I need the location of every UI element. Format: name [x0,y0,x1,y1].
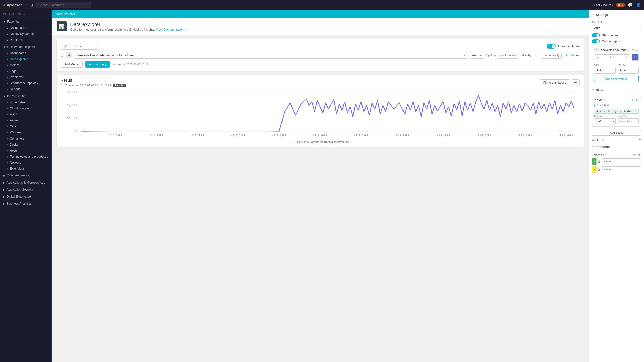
visibility-icon[interactable]: 👁 [571,53,574,57]
time-next-icon[interactable]: › [612,3,613,7]
sidebar-item-metrics[interactable]: ★ Metrics [0,62,51,68]
sidebar-section-apps-header[interactable]: ▶ Applications & Microservices [0,179,51,186]
edit-metric-icon[interactable]: ✎ [632,48,635,52]
sidebar-item-problems-fav[interactable]: ★ Problems [0,37,51,43]
time-prev-icon[interactable]: ‹ [592,3,593,7]
sidebar-section-favorites-header[interactable]: ▼ Favorites [0,18,51,25]
sidebar-item-vmware[interactable]: ★ VMware [0,129,51,135]
expand-metric-icon[interactable]: ▲ [636,48,639,52]
threshold2-value-input[interactable] [602,166,641,172]
notifications-icon[interactable]: 💬 [628,3,633,7]
viz-type-select[interactable]: 📈 Line ▼ [594,54,630,60]
sidebar-item-gcp[interactable]: ★ GCP [0,123,51,129]
threshold-section: ▼ Threshold Threshold 1 👁 🗑 ▼ ≥ [592,145,641,173]
threshold1-row: ▼ ≥ [592,158,641,165]
add-metric-button[interactable]: Add Metric [61,61,83,68]
logo-text: dynatrace [7,3,22,7]
axes-section-header[interactable]: ▼ Axes [592,88,641,93]
minmax-input[interactable] [618,118,639,124]
threshold1-visibility-icon[interactable]: 👁 [632,153,636,157]
add-color-override-button[interactable]: Add color override [594,76,639,82]
more-options-icon[interactable]: ••• [576,53,580,57]
view-documentation-link[interactable]: View Documentation ↗ [156,28,187,31]
sidebar-item-data-explorer[interactable]: ★ Data explorer [0,56,51,62]
sidebar-item-azure[interactable]: ★ Azure [0,117,51,123]
sidebar-section-digital-header[interactable]: ▶ Digital Experience [0,193,51,200]
star-icon: ★ [6,137,8,140]
axis-position-minmax: Position Left Right Min, Max [594,115,639,124]
sidebar-item-label: AWS [10,113,17,116]
threshold1-color-swatch[interactable]: ▼ [592,158,597,165]
sidebar-item-dashboards-fav[interactable]: ★ Dashboards [0,25,51,31]
user-icon[interactable]: 👤 [636,3,641,7]
edit-xaxis-icon[interactable]: ✎ [602,138,604,142]
settings-section-header[interactable]: ▼ Settings [592,13,641,18]
sidebar-item-smartscape[interactable]: ★ Smartscape topology [0,80,51,86]
run-query-button[interactable]: ▶ Run query [85,61,110,68]
time-range-label: Last 2 hours [594,3,611,7]
sidebar-item-dashboards[interactable]: ★ Dashboards [0,50,51,56]
star-icon: ★ [6,125,8,128]
time-range-selector[interactable]: ‹ Last 2 hours › [592,3,613,7]
sidebar-item-extensions[interactable]: ★ Extensions [0,166,51,172]
sidebar-section-app-security-header[interactable]: ▶ Application Security [0,186,51,193]
color-swatch[interactable]: ▼ [632,54,639,61]
sidebar-item-network[interactable]: ★ Network [0,160,51,166]
sidebar-section-infra-header[interactable]: ▼ Infrastructure [0,92,51,99]
sidebar-item-deploy[interactable]: ★ Deploy Dynatrace [0,31,51,37]
pin-to-dashboard-button[interactable]: Pin to dashboard [540,79,570,86]
sidebar-section-business-header[interactable]: ▶ Business Analytics [0,200,51,207]
sidebar-item-docker[interactable]: ★ Docker [0,142,51,148]
metric-settings-box: A bizevents.EasyTrade.Tr... ✎ ▲ 📈 Line ▼… [592,46,641,84]
chart-legend: bizevents.EasyTrade.TradingDollarVolume [61,140,580,143]
back-button[interactable]: ‹ [25,3,27,7]
business-label: Business Analytics [7,202,31,205]
sidebar-item-kubernetes[interactable]: ★ Kubernetes [0,99,51,105]
drag-handle[interactable]: ⠿ [61,53,64,58]
chart-type-select[interactable]: 📈 Graph ▼ [61,43,98,50]
add-metric-plus-button[interactable]: + [564,53,569,58]
legend-line-icon [291,142,296,142]
split-by-select[interactable]: (include all) [498,52,518,59]
threshold1-value-input[interactable] [602,158,641,164]
sidebar-item-hosts[interactable]: ★ Hosts [0,148,51,154]
threshold1-delete-icon[interactable]: 🗑 [637,153,641,157]
sidebar-item-tech-processes[interactable]: ★ Technologies and processes [0,154,51,160]
resolution-select[interactable]: Auto [592,25,641,31]
alert-badge[interactable]: 🔔 5 [616,3,625,7]
threshold2-color-swatch[interactable]: ▼ [592,166,597,173]
sidebar-item-label: Logs [10,69,16,73]
star-icon: ★ [6,39,8,41]
connect-gaps-toggle[interactable] [592,39,600,43]
sidebar-item-aws[interactable]: ★ AWS [0,111,51,117]
svg-text:10:00: 10:00 [395,134,409,137]
sidebar-section-observe-header[interactable]: ▼ Observe and explore [0,43,51,50]
more-result-options-button[interactable]: ••• [572,79,580,86]
sidebar-item-label: Smartscape topology [10,81,38,85]
sidebar-item-containers[interactable]: ★ Containers [0,135,51,142]
search-input[interactable] [36,2,91,8]
unit-select[interactable]: Auto [594,67,616,74]
add-y-axis-button[interactable]: Add Y axis [592,130,641,136]
visibility-axis-icon[interactable]: 👁 [635,98,639,102]
visibility-xaxis-icon[interactable]: 👁 [638,138,641,142]
format-select[interactable]: Auto [618,67,639,74]
sidebar-item-reports[interactable]: ★ Reports [0,86,51,92]
metric-input[interactable] [74,52,462,58]
filter-by-select[interactable]: (include all) [541,52,562,59]
sidebar-item-logs[interactable]: ★ Logs [0,68,51,74]
metric-row: ⠿ A ▼ Auto ▼ Split by (include all) [61,52,580,59]
edit-axis-icon[interactable]: ✎ [631,98,634,102]
metric-dropdown-button[interactable]: ▼ [462,53,468,58]
query-card: 📈 Graph ▼ Advanced Mode ⠿ A ▼ [57,39,584,71]
show-legend-toggle[interactable] [592,33,600,37]
sidebar-section-cloud-automation-header[interactable]: ▶ Cloud Automation [0,172,51,179]
threshold-section-header[interactable]: ▼ Threshold [592,145,641,150]
aggregation-select[interactable]: Auto ▼ [470,52,484,59]
sidebar-item-problems[interactable]: ★ Problems [0,74,51,80]
advanced-mode-switch[interactable] [547,44,556,49]
sidebar-item-cloud-foundry[interactable]: ★ Cloud Foundry [0,105,51,111]
resolution-select-wrap: Auto [592,25,641,31]
position-select[interactable]: Left Right [594,118,616,124]
y-axis-label: Y axis 1 [594,98,605,102]
